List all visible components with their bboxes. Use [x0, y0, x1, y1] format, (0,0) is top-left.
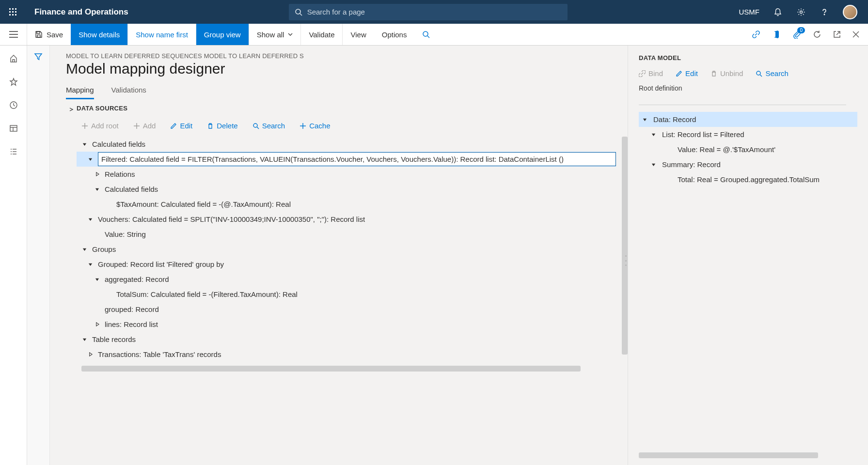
home-icon[interactable] [9, 54, 18, 63]
tab-mapping[interactable]: Mapping [66, 86, 94, 99]
tree-node-transactions[interactable]: Transactions: Table 'TaxTrans' records [77, 347, 616, 362]
refresh-icon[interactable] [813, 30, 821, 39]
link-icon[interactable] [752, 30, 760, 39]
collapse-icon[interactable] [86, 216, 94, 223]
chevron-down-icon [288, 32, 293, 37]
datasources-collapser[interactable] [66, 105, 77, 465]
svg-line-41 [760, 75, 762, 77]
tree-node-calc-fields-inner[interactable]: Calculated fields [77, 182, 616, 197]
save-icon [35, 31, 43, 38]
office-icon[interactable] [772, 30, 781, 39]
hamburger-icon[interactable] [0, 24, 27, 45]
expand-icon[interactable] [93, 321, 101, 328]
collapse-icon[interactable] [80, 336, 88, 343]
collapse-icon[interactable] [641, 116, 648, 124]
add-button[interactable]: Add [133, 122, 156, 130]
page-tabs: Mapping Validations [66, 86, 628, 100]
app-launcher-icon[interactable] [0, 8, 26, 16]
tree-node-grouped[interactable]: Grouped: Record list 'Filtered' group by [77, 257, 616, 272]
svg-point-36 [253, 124, 257, 127]
collapse-icon[interactable] [80, 246, 88, 253]
search-button[interactable]: Search [756, 69, 789, 78]
svg-line-10 [300, 14, 302, 16]
bind-button[interactable]: Bind [639, 69, 663, 78]
root-definition-field[interactable] [639, 105, 846, 105]
tab-validations[interactable]: Validations [111, 86, 146, 99]
attachments-badge: 0 [797, 27, 805, 33]
datasources-toolbar: Add root Add Edit Delete [81, 122, 628, 130]
help-icon[interactable] [820, 7, 829, 17]
svg-rect-2 [15, 8, 16, 10]
expand-icon[interactable] [86, 351, 94, 358]
user-avatar[interactable] [843, 5, 857, 19]
filter-icon[interactable] [34, 52, 43, 465]
collapse-icon[interactable] [649, 161, 657, 169]
group-view-button[interactable]: Group view [196, 24, 249, 45]
gear-icon[interactable] [796, 7, 806, 17]
main-content: MODEL TO LEARN DEFERRED SEQUENCES MODEL … [50, 46, 628, 465]
tree-node-taxamount[interactable]: $TaxAmount: Calculated field = -(@.TaxAm… [77, 197, 616, 212]
dm-node-data[interactable]: Data: Record [639, 112, 857, 127]
attachments-icon[interactable]: 0 [792, 30, 801, 39]
close-icon[interactable] [852, 31, 859, 38]
search-button[interactable]: Search [253, 122, 285, 130]
company-label[interactable]: USMF [739, 8, 760, 16]
tree-node-vouchers[interactable]: Vouchers: Calculated field = SPLIT("INV-… [77, 212, 616, 227]
svg-rect-3 [9, 11, 11, 13]
bell-icon[interactable] [773, 7, 783, 17]
show-all-dropdown[interactable]: Show all [249, 24, 301, 45]
validate-button[interactable]: Validate [301, 24, 343, 45]
delete-button[interactable]: Delete [207, 122, 237, 130]
tree-node-grouped-record[interactable]: grouped: Record [77, 302, 616, 317]
collapse-icon[interactable] [93, 186, 101, 193]
breadcrumb: MODEL TO LEARN DEFERRED SEQUENCES MODEL … [66, 52, 628, 60]
splitter-handle[interactable] [625, 255, 627, 266]
edit-button[interactable]: Edit [170, 122, 192, 130]
svg-rect-16 [37, 31, 40, 33]
recent-icon[interactable] [9, 101, 18, 109]
global-search[interactable]: Search for a page [289, 4, 568, 20]
tree-node-lines[interactable]: lines: Record list [77, 317, 616, 332]
collapse-icon[interactable] [649, 131, 657, 139]
page-title: Model mapping designer [66, 61, 628, 77]
collapse-icon[interactable] [86, 261, 94, 268]
options-button[interactable]: Options [374, 24, 415, 45]
left-nav-rail [0, 46, 27, 465]
expand-icon[interactable] [93, 170, 101, 178]
show-details-button[interactable]: Show details [71, 24, 128, 45]
dm-node-summary[interactable]: Summary: Record [639, 157, 857, 172]
search-placeholder: Search for a page [307, 8, 365, 16]
popout-icon[interactable] [833, 31, 841, 38]
data-model-toolbar: Bind Edit Unbind Search [639, 69, 857, 78]
svg-rect-7 [12, 14, 14, 16]
tree-node-relations[interactable]: Relations [77, 167, 616, 182]
tree-node-aggregated[interactable]: aggregated: Record [77, 272, 616, 287]
dm-node-list[interactable]: List: Record list = Filtered [639, 127, 857, 142]
hscroll-right[interactable] [639, 452, 818, 458]
collapse-icon[interactable] [93, 276, 101, 283]
tree-node-table-records[interactable]: Table records [77, 332, 616, 347]
tree-node-calculated-fields[interactable]: Calculated fields [77, 137, 616, 152]
star-icon[interactable] [9, 78, 18, 86]
show-name-first-button[interactable]: Show name first [128, 24, 196, 45]
data-model-tree: Data: Record List: Record list = Filtere… [639, 112, 857, 187]
tree-node-groups[interactable]: Groups [77, 242, 616, 257]
find-button[interactable] [414, 24, 438, 45]
workspaces-icon[interactable] [9, 124, 18, 133]
collapse-icon[interactable] [86, 155, 94, 163]
tree-node-filtered[interactable]: Filtered: Calculated field = FILTER(Tran… [77, 152, 616, 167]
edit-button[interactable]: Edit [676, 69, 698, 78]
add-root-button[interactable]: Add root [81, 122, 119, 130]
hscroll-left[interactable] [81, 366, 585, 372]
dm-node-total[interactable]: Total: Real = Grouped.aggregated.TotalSu… [639, 172, 857, 187]
save-button[interactable]: Save [27, 24, 71, 45]
tree-node-totalsum[interactable]: TotalSum: Calculated field = -(Filtered.… [77, 287, 616, 302]
modules-icon[interactable] [9, 147, 18, 156]
view-button[interactable]: View [343, 24, 374, 45]
cache-button[interactable]: Cache [300, 122, 330, 130]
tree-node-value-string[interactable]: Value: String [77, 227, 616, 242]
unbind-button[interactable]: Unbind [710, 69, 743, 78]
collapse-icon[interactable] [80, 140, 88, 148]
dm-node-value[interactable]: Value: Real = @.'$TaxAmount' [639, 142, 857, 157]
vertical-scrollbar[interactable] [622, 137, 628, 355]
